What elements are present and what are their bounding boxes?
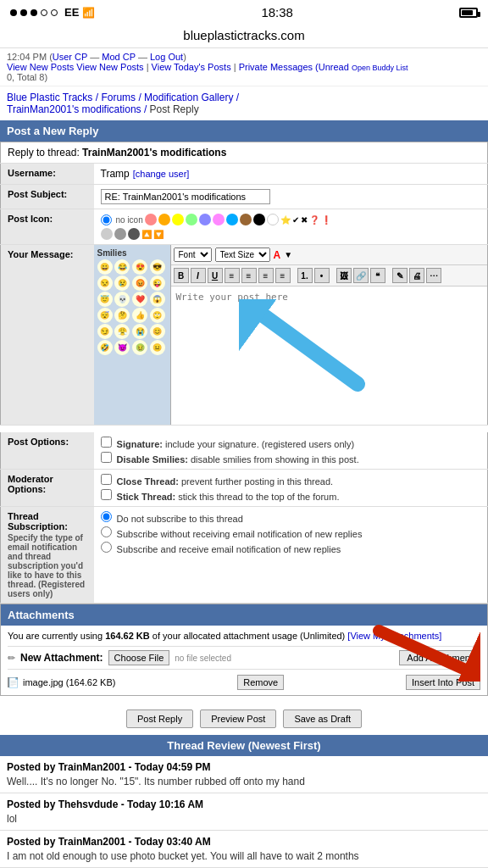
smiley-10[interactable]: 💀: [114, 292, 130, 307]
smiley-9[interactable]: 😇: [97, 292, 113, 307]
signal-dot-3: [30, 9, 37, 16]
icon-x[interactable]: ✖: [301, 215, 308, 225]
color-icon[interactable]: A: [274, 249, 281, 261]
smiley-7[interactable]: 😡: [132, 275, 147, 291]
private-messages-link[interactable]: Private Messages (Unread: [239, 62, 349, 72]
icon-question[interactable]: ❓: [309, 215, 319, 225]
choose-file-button[interactable]: Choose File: [108, 650, 170, 665]
logout-link[interactable]: Log Out: [150, 52, 183, 62]
icon-black[interactable]: [253, 214, 265, 225]
align-left-button[interactable]: ≡: [225, 268, 240, 283]
remove-button[interactable]: Remove: [237, 675, 284, 690]
underline-button[interactable]: U: [208, 268, 223, 283]
breadcrumb-gallery[interactable]: Modification Gallery: [144, 92, 233, 103]
list-ordered-button[interactable]: 1.: [297, 268, 313, 283]
sub-radio-1[interactable]: [101, 511, 112, 522]
align-center-button[interactable]: ≡: [241, 268, 257, 283]
smiley-3[interactable]: 😍: [132, 259, 147, 275]
more-button[interactable]: ⋯: [426, 268, 441, 283]
add-attachment-button[interactable]: Add Attachment: [399, 650, 480, 665]
smiley-14[interactable]: 🤔: [114, 308, 130, 323]
icon-gray3[interactable]: [128, 228, 140, 240]
sub-radio-2[interactable]: [101, 526, 112, 537]
icon-arrow-up[interactable]: 🔼: [141, 230, 152, 239]
icon-star[interactable]: ⭐: [280, 215, 291, 225]
align-right-button[interactable]: ≡: [258, 268, 274, 283]
icon-cyan[interactable]: [226, 214, 238, 225]
message-textarea[interactable]: [171, 287, 488, 422]
size-select[interactable]: Text Size: [215, 248, 270, 262]
breadcrumb-home[interactable]: Blue Plastic Tracks: [7, 92, 92, 103]
subject-input[interactable]: [101, 189, 270, 204]
image-button[interactable]: 🖼: [336, 268, 352, 283]
link-button[interactable]: 🔗: [353, 268, 369, 283]
sub-radio-3[interactable]: [101, 542, 112, 553]
smiley-20[interactable]: 😊: [150, 324, 165, 339]
icon-exclaim[interactable]: ❗: [321, 215, 331, 225]
icon-gray1[interactable]: [101, 228, 113, 240]
icon-orange[interactable]: [158, 214, 170, 225]
icon-red[interactable]: [145, 214, 157, 225]
close-thread-checkbox[interactable]: [101, 474, 112, 485]
smiley-12[interactable]: 😱: [150, 292, 165, 307]
view-todays-posts-link[interactable]: View Today's Posts: [152, 62, 231, 72]
quote-button[interactable]: ❝: [370, 268, 385, 283]
smiley-6[interactable]: 😢: [114, 275, 130, 291]
no-icon-radio[interactable]: [101, 214, 112, 225]
smiley-5[interactable]: 😒: [97, 275, 113, 291]
font-select[interactable]: Font: [174, 248, 212, 262]
smiley-19[interactable]: 😭: [132, 324, 147, 339]
icon-gray2[interactable]: [114, 228, 126, 240]
align-justify-button[interactable]: ≡: [275, 268, 291, 283]
print-button[interactable]: 🖨: [409, 268, 424, 283]
icon-brown[interactable]: [240, 214, 252, 225]
italic-button[interactable]: I: [191, 268, 206, 283]
status-bar: EE 📶 18:38: [0, 0, 488, 25]
page-content: 12:04 PM (User CP — Mod CP — Log Out) Vi…: [0, 48, 488, 868]
user-cp-link[interactable]: User CP: [53, 52, 87, 62]
breadcrumb-forums[interactable]: Forums: [101, 92, 136, 103]
signature-checkbox[interactable]: [101, 437, 112, 448]
post-reply-button[interactable]: Post Reply: [126, 709, 193, 728]
smiley-4[interactable]: 😎: [150, 259, 165, 275]
save-draft-button[interactable]: Save as Draft: [283, 709, 362, 728]
smiley-24[interactable]: 😐: [150, 340, 165, 355]
smiley-15[interactable]: 👍: [132, 308, 147, 323]
icon-green[interactable]: [186, 214, 197, 225]
attachments-body: You are currently using 164.62 KB of you…: [1, 626, 487, 695]
smiley-1[interactable]: 😀: [97, 259, 113, 275]
bold-button[interactable]: B: [174, 268, 189, 283]
mod-cp-link[interactable]: Mod CP: [102, 52, 136, 62]
insert-into-post-button[interactable]: Insert Into Post: [406, 675, 480, 690]
smiley-8[interactable]: 😜: [150, 275, 165, 291]
change-user-link[interactable]: [change user]: [133, 169, 190, 179]
username-label: Username:: [1, 164, 94, 185]
sub-option-3-text: Subscribe and receive email notification…: [117, 544, 341, 554]
smiley-2[interactable]: 😂: [114, 259, 130, 275]
icon-yellow[interactable]: [172, 214, 184, 225]
smiley-18[interactable]: 😤: [114, 324, 130, 339]
list-unordered-button[interactable]: •: [314, 268, 330, 283]
preview-post-button[interactable]: Preview Post: [200, 709, 276, 728]
color-dropdown[interactable]: ▼: [284, 250, 292, 259]
view-new-posts-link[interactable]: View New Posts: [76, 62, 143, 72]
edit-button[interactable]: ✎: [392, 268, 408, 283]
view-new-posts-link[interactable]: View New Posts: [7, 62, 74, 72]
smiley-21[interactable]: 🤣: [97, 340, 113, 355]
smiley-11[interactable]: ❤️: [132, 292, 147, 307]
smiley-13[interactable]: 😴: [97, 308, 113, 323]
icon-arrow-down[interactable]: 🔽: [153, 230, 164, 239]
icon-blue[interactable]: [199, 214, 211, 225]
smiley-23[interactable]: 🤢: [132, 340, 147, 355]
smiley-16[interactable]: 🙄: [150, 308, 165, 323]
icon-pink[interactable]: [213, 214, 225, 225]
smiley-17[interactable]: 😏: [97, 324, 113, 339]
smiley-22[interactable]: 😈: [114, 340, 130, 355]
open-buddy-list-link[interactable]: Open Buddy List: [352, 64, 408, 72]
icon-white[interactable]: [267, 214, 279, 225]
breadcrumb-thread[interactable]: TrainMan2001's modifications: [7, 103, 141, 115]
disable-smilies-checkbox[interactable]: [101, 452, 112, 463]
icon-check[interactable]: ✔: [292, 215, 299, 225]
stick-thread-checkbox[interactable]: [101, 489, 112, 500]
view-attachments-link[interactable]: [View My Attachments]: [347, 631, 441, 641]
